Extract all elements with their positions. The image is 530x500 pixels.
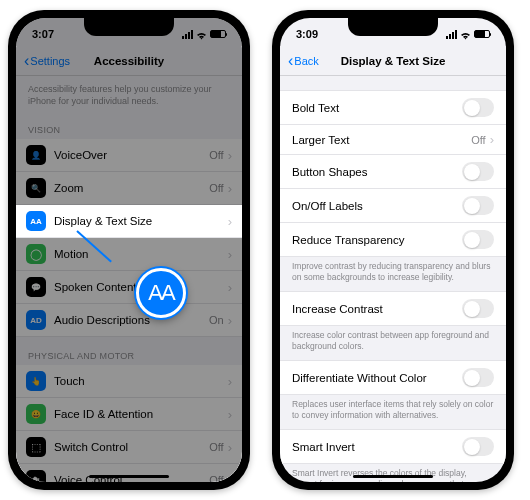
setting-label: Smart Invert [292,441,462,453]
nav-bar: ‹ Back Display & Text Size [280,46,506,76]
chevron-right-icon: › [228,313,232,328]
row-icon: 👆 [26,371,46,391]
battery-icon [210,30,226,38]
left-phone: 3:07 ‹ Settings Accessibility Accessibil… [8,10,250,490]
time: 3:09 [296,28,318,40]
setting-label: Reduce Transparency [292,234,462,246]
row-label: Display & Text Size [54,215,228,227]
setting-differentiate-without-color[interactable]: Differentiate Without Color [280,361,506,394]
setting-group: Smart Invert [280,429,506,464]
row-icon: 🔍 [26,178,46,198]
toggle[interactable] [462,437,494,456]
setting-group: Increase Contrast [280,291,506,326]
row-switch-control[interactable]: ⬚Switch ControlOff› [16,431,242,464]
chevron-right-icon: › [228,214,232,229]
time: 3:07 [32,28,54,40]
back-button[interactable]: ‹ Settings [24,53,70,69]
back-label: Settings [30,55,70,67]
setting-label: Increase Contrast [292,303,462,315]
row-value: Off [209,474,223,482]
chevron-right-icon: › [490,132,494,147]
intro-text: Accessibility features help you customiz… [16,76,242,111]
chevron-right-icon: › [228,247,232,262]
row-value: Off [209,441,223,453]
row-label: Face ID & Attention [54,408,228,420]
setting-button-shapes[interactable]: Button Shapes [280,155,506,189]
notch [348,18,438,36]
chevron-left-icon: ‹ [288,53,293,69]
accessibility-screen: 3:07 ‹ Settings Accessibility Accessibil… [16,18,242,482]
row-voiceover[interactable]: 👤VoiceOverOff› [16,139,242,172]
setting-smart-invert[interactable]: Smart Invert [280,430,506,463]
setting-label: Bold Text [292,102,462,114]
row-value: Off [209,182,223,194]
group-footer: Smart Invert reverses the colors of the … [280,464,506,482]
toggle[interactable] [462,196,494,215]
setting-larger-text[interactable]: Larger TextOff› [280,125,506,155]
setting-increase-contrast[interactable]: Increase Contrast [280,292,506,325]
group-footer: Replaces user interface items that rely … [280,395,506,429]
row-icon: AA [26,211,46,231]
back-button[interactable]: ‹ Back [288,53,319,69]
toggle[interactable] [462,368,494,387]
row-motion[interactable]: ◯Motion› [16,238,242,271]
chevron-right-icon: › [228,280,232,295]
home-indicator [89,475,169,478]
text-size-icon: AA [148,280,173,306]
row-touch[interactable]: 👆Touch› [16,365,242,398]
wifi-icon [196,30,207,38]
group-header: PHYSICAL AND MOTOR [16,337,242,365]
setting-label: On/Off Labels [292,200,462,212]
row-label: Switch Control [54,441,209,453]
cell-signal-icon [446,30,457,39]
row-value: On [209,314,224,326]
toggle[interactable] [462,162,494,181]
wifi-icon [460,30,471,38]
row-label: Touch [54,375,228,387]
row-label: Zoom [54,182,209,194]
back-label: Back [294,55,318,67]
setting-label: Larger Text [292,134,471,146]
row-icon: ◯ [26,244,46,264]
toggle[interactable] [462,98,494,117]
row-face-id-attention[interactable]: 😀Face ID & Attention› [16,398,242,431]
row-label: Audio Descriptions [54,314,209,326]
toggle[interactable] [462,299,494,318]
notch [84,18,174,36]
row-icon: 🗣 [26,470,46,482]
row-audio-descriptions[interactable]: ADAudio DescriptionsOn› [16,304,242,337]
chevron-right-icon: › [228,440,232,455]
chevron-right-icon: › [228,148,232,163]
display-text-size-screen: 3:09 ‹ Back Display & Text Size Bold Tex… [280,18,506,482]
group-footer: Increase color contrast between app fore… [280,326,506,360]
setting-value: Off [471,134,485,146]
group-header: VISION [16,111,242,139]
setting-label: Differentiate Without Color [292,372,462,384]
row-display-text-size[interactable]: AADisplay & Text Size› [16,205,242,238]
setting-reduce-transparency[interactable]: Reduce Transparency [280,223,506,256]
right-phone: 3:09 ‹ Back Display & Text Size Bold Tex… [272,10,514,490]
setting-label: Button Shapes [292,166,462,178]
row-label: Motion [54,248,228,260]
cell-signal-icon [182,30,193,39]
setting-bold-text[interactable]: Bold Text [280,91,506,125]
chevron-right-icon: › [228,374,232,389]
home-indicator [353,475,433,478]
chevron-left-icon: ‹ [24,53,29,69]
row-spoken-content[interactable]: 💬Spoken Content› [16,271,242,304]
row-voice-control[interactable]: 🗣Voice ControlOff› [16,464,242,482]
chevron-right-icon: › [228,473,232,482]
setting-on-off-labels[interactable]: On/Off Labels [280,189,506,223]
right-content[interactable]: Bold TextLarger TextOff›Button ShapesOn/… [280,76,506,482]
battery-icon [474,30,490,38]
left-content[interactable]: Accessibility features help you customiz… [16,76,242,482]
chevron-right-icon: › [228,407,232,422]
callout-badge: AA [136,268,186,318]
row-value: Off [209,149,223,161]
row-icon: AD [26,310,46,330]
group-footer: Improve contrast by reducing transparenc… [280,257,506,291]
row-icon: 👤 [26,145,46,165]
row-icon: ⬚ [26,437,46,457]
row-zoom[interactable]: 🔍ZoomOff› [16,172,242,205]
toggle[interactable] [462,230,494,249]
